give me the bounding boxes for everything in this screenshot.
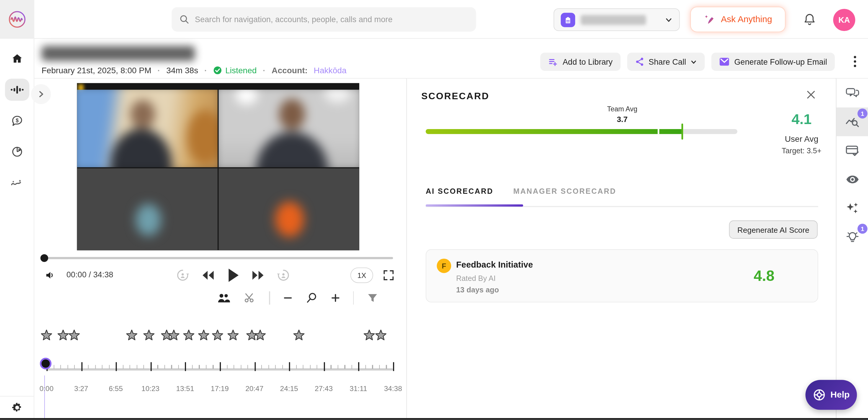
- ruler-minor-tick: [372, 365, 373, 369]
- timeline-star-marker[interactable]: [363, 329, 376, 342]
- ruler-minor-tick: [310, 365, 311, 369]
- sidebar-item-scorecard[interactable]: [836, 136, 868, 165]
- team-avg-marker-label: Team Avg 3.7: [589, 105, 655, 123]
- sidebar-item-comments[interactable]: [836, 79, 868, 108]
- people-icon: [217, 292, 230, 304]
- ai-pen-icon: [704, 13, 716, 25]
- account-link[interactable]: Hakkōda: [314, 65, 347, 75]
- timeline-star-marker[interactable]: [182, 329, 195, 342]
- scorecard-tabs: AI SCORECARD MANAGER SCORECARD: [426, 187, 616, 204]
- sidebar-item-calls[interactable]: [5, 79, 29, 101]
- sidebar-item-call-analysis[interactable]: 1: [836, 108, 868, 137]
- timeline-time-label: 17:19: [211, 384, 229, 393]
- ruler-minor-tick: [95, 365, 96, 369]
- regenerate-ai-score-button[interactable]: Regenerate AI Score: [729, 220, 817, 239]
- timeline-star-marker[interactable]: [211, 329, 224, 342]
- timeline-star-marker[interactable]: [57, 329, 69, 342]
- timeline-star-marker[interactable]: [226, 329, 239, 342]
- app-logo[interactable]: [0, 0, 34, 39]
- seek-bar[interactable]: [42, 257, 393, 259]
- deal-chat-dollar-icon: $: [10, 114, 24, 127]
- ruler-minor-tick: [241, 365, 241, 369]
- timeline-star-marker[interactable]: [143, 329, 155, 342]
- timeline-star-marker[interactable]: [68, 329, 81, 342]
- sidebar-item-visibility[interactable]: [836, 165, 868, 194]
- settings-gear-icon[interactable]: [10, 401, 24, 414]
- rewind-icon[interactable]: [202, 270, 215, 281]
- timeline-star-marker[interactable]: [374, 329, 387, 342]
- rated-by-label: Rated By AI: [456, 274, 496, 282]
- search-input[interactable]: [195, 15, 468, 24]
- timeline-star-marker[interactable]: [40, 329, 53, 342]
- expand-panel-button[interactable]: [31, 84, 51, 104]
- ruler-minor-tick: [247, 365, 248, 369]
- filter-button[interactable]: [367, 292, 378, 304]
- timeline-star-marker[interactable]: [292, 329, 305, 342]
- speakers-button[interactable]: [217, 292, 230, 304]
- plus-icon: [331, 294, 340, 302]
- generate-followup-email-button[interactable]: Generate Follow-up Email: [712, 53, 835, 71]
- global-search[interactable]: [172, 7, 476, 32]
- timeline-time-label: 34:38: [384, 384, 402, 393]
- volume-icon[interactable]: [44, 269, 56, 281]
- ruler-minor-tick: [365, 365, 366, 369]
- share-call-button[interactable]: Share Call: [627, 53, 705, 71]
- tab-ai-scorecard[interactable]: AI SCORECARD: [426, 187, 493, 204]
- ask-anything-button[interactable]: Ask Anything: [690, 7, 786, 32]
- org-selector-dropdown[interactable]: [554, 8, 680, 31]
- timeline-star-marker[interactable]: [197, 329, 210, 342]
- skip-back-speaker-icon[interactable]: [175, 268, 190, 283]
- pie-play-icon: [10, 145, 24, 158]
- score-progress-fill: [426, 129, 681, 134]
- ruler-minor-tick: [157, 365, 158, 369]
- user-avatar[interactable]: KA: [833, 9, 855, 31]
- video-tile-left: [77, 168, 218, 250]
- timeline-star-marker[interactable]: [167, 329, 180, 342]
- timeline-ruler[interactable]: [46, 362, 393, 373]
- app-window: Ask Anything KA: [0, 0, 868, 420]
- sidebar-item-dashboard[interactable]: [5, 141, 29, 163]
- zoom-out-button[interactable]: [283, 294, 292, 302]
- close-icon[interactable]: [806, 90, 816, 100]
- sidebar-item-home[interactable]: [5, 48, 29, 70]
- skip-forward-speaker-icon[interactable]: [276, 268, 291, 283]
- playback-speed-button[interactable]: 1X: [350, 268, 373, 283]
- ruler-minor-tick: [192, 365, 192, 369]
- tab-manager-scorecard[interactable]: MANAGER SCORECARD: [514, 187, 616, 204]
- star-markers: [44, 329, 393, 343]
- sidebar-item-insights[interactable]: [5, 172, 29, 194]
- notifications-bell-icon[interactable]: [803, 13, 817, 27]
- fullscreen-icon[interactable]: [383, 270, 395, 281]
- timeline-time-label: 10:23: [142, 384, 159, 393]
- sidebar-item-deals[interactable]: $: [5, 110, 29, 132]
- help-button[interactable]: Help: [805, 380, 857, 410]
- user-avg-score: 4.1: [766, 111, 838, 128]
- timeline-time-label: 0:00: [39, 384, 54, 393]
- add-to-library-button[interactable]: Add to Library: [540, 53, 621, 71]
- ruler-minor-tick: [227, 365, 227, 369]
- seek-knob[interactable]: [40, 254, 48, 262]
- timeline-star-marker[interactable]: [125, 329, 138, 342]
- video-preview[interactable]: [77, 83, 359, 250]
- zoom-in-button[interactable]: [331, 294, 340, 302]
- email-icon: [719, 57, 730, 66]
- ruler-minor-tick: [102, 365, 102, 369]
- time-display: 00:00 / 34:38: [66, 270, 113, 279]
- sidebar-item-insights[interactable]: 1: [836, 223, 868, 252]
- snippet-button[interactable]: [244, 292, 256, 304]
- timeline-time-label: 24:15: [280, 384, 298, 393]
- sidebar-item-ai-highlights[interactable]: [836, 194, 868, 223]
- scorecard-item-card[interactable]: F Feedback Initiative Rated By AI 13 day…: [426, 249, 818, 302]
- play-button-icon[interactable]: [226, 268, 240, 283]
- timeline-time-label: 20:47: [245, 384, 264, 393]
- more-options-kebab[interactable]: [849, 52, 860, 71]
- call-header: February 21st, 2025, 8:00 PM · 34m 38s ·…: [34, 39, 868, 79]
- ruler-minor-tick: [164, 365, 165, 369]
- timeline-playhead[interactable]: [39, 358, 51, 369]
- ruler-minor-tick: [144, 365, 144, 369]
- fast-forward-icon[interactable]: [251, 270, 265, 281]
- zoom-reset-button[interactable]: [305, 292, 317, 304]
- ruler-minor-tick: [109, 365, 110, 369]
- video-tile-right: [219, 168, 359, 250]
- timeline-star-marker[interactable]: [254, 329, 267, 342]
